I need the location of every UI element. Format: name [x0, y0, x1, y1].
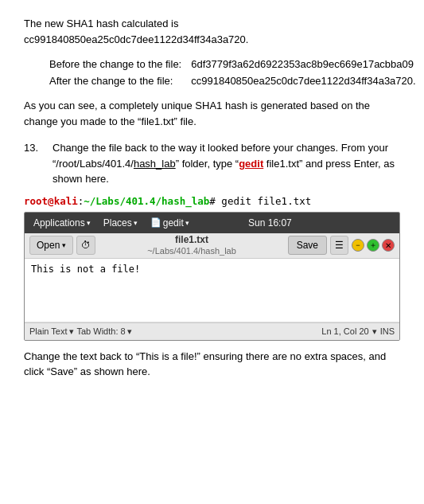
step-number: 13.: [24, 140, 53, 187]
applications-label: Applications: [33, 217, 85, 229]
close-button[interactable]: ✕: [382, 239, 395, 252]
terminal-cmd-text: # gedit file1.txt: [209, 195, 311, 207]
menu-icon: ☰: [335, 240, 344, 251]
window-controls: － ＋ ✕: [352, 239, 395, 252]
before-value: 6df3779f3a62d6922353ac8b9ec669e17acbba09: [191, 57, 423, 72]
terminal-command: root@kali:~/Labs/401.4/hash_lab# gedit f…: [24, 195, 400, 207]
open-caret-icon: ▾: [62, 241, 66, 249]
tab-width-caret-icon: ▾: [127, 326, 132, 337]
places-caret-icon: ▾: [134, 219, 138, 227]
gedit-menu[interactable]: 📄 gedit ▾: [146, 216, 193, 230]
summary-text: As you can see, a completely unique SHA1…: [24, 98, 400, 129]
filename-label: file1.txt: [99, 234, 284, 245]
open-label: Open: [37, 240, 60, 251]
clock-display: Sun 16:07: [248, 217, 292, 229]
places-menu[interactable]: Places ▾: [99, 216, 142, 230]
after-label: After the change to the file:: [49, 73, 189, 88]
gedit-caret-icon: ▾: [185, 219, 189, 227]
gedit-toolbar: Open ▾ ⏱ file1.txt ~/Labs/401.4/hash_lab…: [25, 233, 399, 259]
insert-mode-label: INS: [380, 326, 395, 336]
gedit-label: gedit: [163, 217, 184, 229]
maximize-button[interactable]: ＋: [367, 239, 379, 252]
applications-menu[interactable]: Applications ▾: [29, 216, 95, 230]
hash-table: Before the change to the file: 6df3779f3…: [48, 55, 424, 90]
terminal-path: ~/Labs/401.4/hash_lab: [84, 195, 209, 207]
step-13-row: 13. Change the file back to the way it l…: [24, 140, 400, 187]
gedit-statusbar: Plain Text ▾ Tab Width: 8 ▾ Ln 1, Col 20…: [25, 322, 399, 340]
gedit-icon-small: 📄: [150, 217, 161, 228]
filepath-label: ~/Labs/401.4/hash_lab: [99, 246, 284, 256]
applications-caret-icon: ▾: [87, 219, 91, 227]
editor-area[interactable]: This is not a file!: [25, 259, 399, 322]
format-caret-icon: ▾: [69, 326, 74, 337]
tab-width-label: Tab Width: 8: [77, 326, 126, 336]
position-label: Ln 1, Col 20: [321, 326, 368, 336]
cursor-position: Ln 1, Col 20: [321, 326, 368, 336]
gedit-menubar: Applications ▾ Places ▾ 📄 gedit ▾ Sun 16…: [25, 213, 399, 233]
recent-files-icon: ⏱: [81, 240, 91, 251]
position-caret-icon: ▾: [372, 326, 377, 337]
footer-text: Change the text back to “This is a file!…: [24, 349, 400, 380]
before-label: Before the change to the file:: [49, 57, 189, 72]
format-selector[interactable]: Plain Text ▾: [29, 326, 74, 337]
format-label: Plain Text: [29, 326, 68, 336]
after-value: cc991840850ea25c0dc7dee1122d34ff34a3a720…: [191, 73, 423, 88]
save-button[interactable]: Save: [288, 236, 327, 255]
file-info: file1.txt ~/Labs/401.4/hash_lab: [99, 234, 284, 256]
gedit-window: Applications ▾ Places ▾ 📄 gedit ▾ Sun 16…: [24, 212, 400, 341]
minimize-button[interactable]: －: [352, 239, 364, 252]
open-button[interactable]: Open ▾: [29, 236, 73, 255]
step-instruction: Change the file back to the way it looke…: [53, 140, 400, 187]
intro-line1: The new SHA1 hash calculated is cc991840…: [24, 16, 400, 47]
insert-mode: INS: [380, 326, 395, 336]
tab-width-selector[interactable]: Tab Width: 8 ▾: [77, 326, 132, 337]
menubar-left: Applications ▾ Places ▾ 📄 gedit ▾: [29, 216, 193, 230]
menu-button[interactable]: ☰: [330, 236, 348, 255]
position-caret-item[interactable]: ▾: [372, 326, 377, 337]
terminal-user-host: root@kali: [24, 195, 78, 207]
editor-content: This is not a file!: [31, 264, 140, 275]
recent-files-button[interactable]: ⏱: [76, 236, 95, 255]
places-label: Places: [103, 217, 132, 229]
